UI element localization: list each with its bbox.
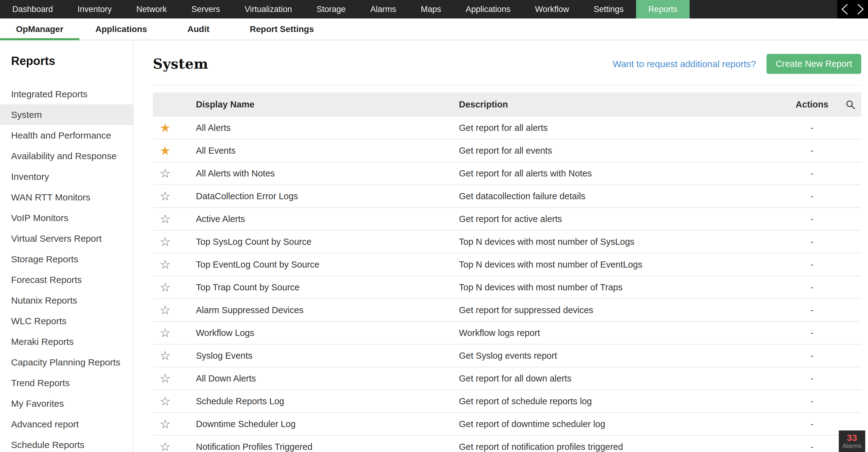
star-outline-icon[interactable]: ☆ bbox=[160, 440, 171, 452]
report-actions: - bbox=[784, 282, 840, 292]
star-outline-icon[interactable]: ☆ bbox=[160, 167, 171, 180]
report-description: Get datacollection failure details bbox=[459, 191, 784, 201]
report-actions: - bbox=[784, 328, 840, 338]
search-icon[interactable] bbox=[845, 100, 856, 110]
table-row: ☆Downtime Scheduler LogGet report of dow… bbox=[153, 413, 861, 436]
sidebar-item-system[interactable]: System bbox=[0, 104, 133, 125]
alarms-widget[interactable]: 33 Alarms bbox=[839, 430, 865, 452]
sidebar-item-wan-rtt-monitors[interactable]: WAN RTT Monitors bbox=[0, 187, 133, 207]
report-actions: - bbox=[784, 214, 840, 224]
sidebar-item-voip-monitors[interactable]: VoIP Monitors bbox=[0, 207, 133, 228]
nav-item-storage[interactable]: Storage bbox=[304, 0, 358, 19]
nav-item-inventory[interactable]: Inventory bbox=[65, 0, 124, 19]
nav-item-alarms[interactable]: Alarms bbox=[358, 0, 408, 19]
report-name[interactable]: Workflow Logs bbox=[196, 328, 459, 338]
report-name[interactable]: Top EventLog Count by Source bbox=[196, 259, 459, 270]
star-outline-icon[interactable]: ☆ bbox=[160, 349, 171, 362]
tab-audit[interactable]: Audit bbox=[163, 19, 234, 40]
sidebar-item-virtual-servers-report[interactable]: Virtual Servers Report bbox=[0, 228, 133, 249]
tab-opmanager[interactable]: OpManager bbox=[0, 19, 80, 40]
sidebar-item-capacity-planning-reports[interactable]: Capacity Planning Reports bbox=[0, 352, 133, 372]
sidebar-item-forecast-reports[interactable]: Forecast Reports bbox=[0, 270, 133, 290]
reports-sidebar: Reports Integrated ReportsSystemHealth a… bbox=[0, 40, 133, 452]
sidebar-item-meraki-reports[interactable]: Meraki Reports bbox=[0, 331, 133, 352]
chevron-left-icon[interactable] bbox=[841, 3, 848, 16]
report-name[interactable]: DataCollection Error Logs bbox=[196, 191, 459, 201]
report-description: Workflow logs report bbox=[459, 328, 784, 338]
report-name[interactable]: All Down Alerts bbox=[196, 373, 459, 384]
star-outline-icon[interactable]: ☆ bbox=[160, 281, 171, 294]
table-row: ★All EventsGet report for all events- bbox=[153, 140, 861, 162]
star-outline-icon[interactable]: ☆ bbox=[160, 189, 171, 203]
create-new-report-button[interactable]: Create New Report bbox=[767, 54, 861, 74]
report-description: Get Syslog events report bbox=[459, 351, 784, 361]
report-name[interactable]: Top Trap Count by Source bbox=[196, 282, 459, 292]
report-description: Get report of downtime scheduler log bbox=[459, 419, 784, 429]
sidebar-item-schedule-reports[interactable]: Schedule Reports bbox=[0, 434, 133, 452]
table-row: ☆Top EventLog Count by SourceTop N devic… bbox=[153, 253, 861, 276]
table-row: ☆All Alerts with NotesGet report for all… bbox=[153, 162, 861, 185]
report-name[interactable]: Active Alerts bbox=[196, 214, 459, 224]
sidebar-item-my-favorites[interactable]: My Favorites bbox=[0, 393, 133, 414]
sidebar-item-advanced-report[interactable]: Advanced report bbox=[0, 414, 133, 434]
sidebar-item-inventory[interactable]: Inventory bbox=[0, 166, 133, 187]
sidebar-item-wlc-reports[interactable]: WLC Reports bbox=[0, 311, 133, 331]
table-row: ☆Top Trap Count by SourceTop N devices w… bbox=[153, 276, 861, 299]
star-outline-icon[interactable]: ☆ bbox=[160, 394, 171, 408]
sidebar-item-storage-reports[interactable]: Storage Reports bbox=[0, 249, 133, 270]
report-actions: - bbox=[784, 373, 840, 384]
nav-item-applications[interactable]: Applications bbox=[454, 0, 523, 19]
star-filled-icon[interactable]: ★ bbox=[160, 121, 171, 135]
report-name[interactable]: All Alerts with Notes bbox=[196, 168, 459, 178]
request-reports-link[interactable]: Want to request additional reports? bbox=[613, 59, 756, 69]
report-actions: - bbox=[784, 191, 840, 201]
chevron-right-icon[interactable] bbox=[857, 3, 865, 16]
sidebar-item-trend-reports[interactable]: Trend Reports bbox=[0, 372, 133, 393]
header-divider bbox=[153, 85, 861, 86]
report-name[interactable]: Downtime Scheduler Log bbox=[196, 419, 459, 429]
report-name[interactable]: All Alerts bbox=[196, 123, 459, 133]
nav-item-network[interactable]: Network bbox=[124, 0, 179, 19]
star-outline-icon[interactable]: ☆ bbox=[160, 303, 171, 317]
star-outline-icon[interactable]: ☆ bbox=[160, 258, 171, 271]
sidebar-item-health-and-performance[interactable]: Health and Performance bbox=[0, 125, 133, 146]
report-name[interactable]: Syslog Events bbox=[196, 351, 459, 361]
star-filled-icon[interactable]: ★ bbox=[160, 144, 171, 157]
table-header-row: Display Name Description Actions bbox=[153, 92, 861, 117]
star-outline-icon[interactable]: ☆ bbox=[160, 235, 171, 249]
nav-item-dashboard[interactable]: Dashboard bbox=[0, 0, 65, 19]
report-description: Get report for all down alerts bbox=[459, 373, 784, 384]
tab-report-settings[interactable]: Report Settings bbox=[234, 19, 330, 40]
report-name[interactable]: Notification Profiles Triggered bbox=[196, 442, 459, 452]
report-actions: - bbox=[784, 351, 840, 361]
star-outline-icon[interactable]: ☆ bbox=[160, 417, 171, 431]
report-description: Get report for active alerts bbox=[459, 214, 784, 224]
table-row: ☆Top SysLog Count by SourceTop N devices… bbox=[153, 231, 861, 253]
description-header: Description bbox=[459, 100, 784, 110]
display-name-header: Display Name bbox=[196, 100, 459, 110]
report-description: Get report for suppressed devices bbox=[459, 305, 784, 315]
star-outline-icon[interactable]: ☆ bbox=[160, 212, 171, 226]
report-actions: - bbox=[784, 123, 840, 133]
nav-item-reports[interactable]: Reports bbox=[636, 0, 690, 19]
report-name[interactable]: Top SysLog Count by Source bbox=[196, 237, 459, 247]
report-name[interactable]: All Events bbox=[196, 146, 459, 156]
report-description: Top N devices with most number of Traps bbox=[459, 282, 784, 292]
nav-item-servers[interactable]: Servers bbox=[179, 0, 232, 19]
star-outline-icon[interactable]: ☆ bbox=[160, 372, 171, 385]
nav-item-settings[interactable]: Settings bbox=[581, 0, 636, 19]
nav-item-virtualization[interactable]: Virtualization bbox=[232, 0, 304, 19]
sidebar-item-availability-and-response[interactable]: Availability and Response bbox=[0, 146, 133, 166]
nav-item-workflow[interactable]: Workflow bbox=[523, 0, 582, 19]
tab-applications[interactable]: Applications bbox=[80, 19, 163, 40]
sidebar-item-nutanix-reports[interactable]: Nutanix Reports bbox=[0, 290, 133, 311]
page-title: System bbox=[153, 56, 208, 72]
report-name[interactable]: Schedule Reports Log bbox=[196, 396, 459, 406]
report-actions: - bbox=[784, 259, 840, 270]
report-name[interactable]: Alarm Suppressed Devices bbox=[196, 305, 459, 315]
sidebar-item-integrated-reports[interactable]: Integrated Reports bbox=[0, 84, 133, 104]
star-outline-icon[interactable]: ☆ bbox=[160, 326, 171, 340]
nav-item-maps[interactable]: Maps bbox=[408, 0, 454, 19]
report-actions: - bbox=[784, 442, 840, 452]
report-description: Get report of notification profiles trig… bbox=[459, 442, 784, 452]
